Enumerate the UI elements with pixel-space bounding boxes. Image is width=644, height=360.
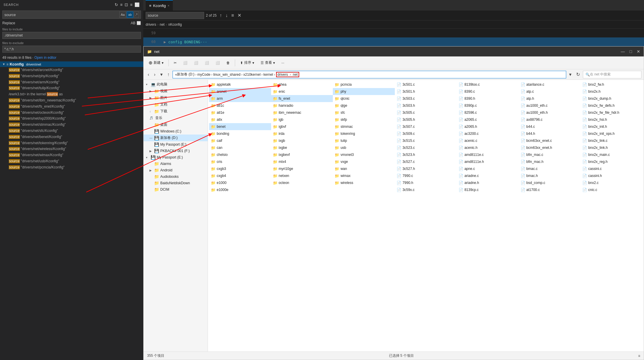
rename-btn[interactable]: ⬜: [202, 59, 212, 66]
file-82596c[interactable]: 📄82596.c: [457, 109, 519, 116]
file-bsdcompc[interactable]: 📄bsd_comp.c: [519, 179, 581, 186]
collapse-icon[interactable]: ≡: [120, 2, 123, 7]
tree-item-music[interactable]: 🎵 音乐: [144, 115, 208, 121]
folder-fs-enet[interactable]: 📁fs_enet: [271, 95, 333, 102]
address-path[interactable]: « 新加卷 (D:) › myCode › linux_win_shared ›…: [173, 71, 566, 78]
file-ax88796c[interactable]: 📄ax88796.c: [519, 116, 581, 123]
file-at1700c[interactable]: 📄at1700.c: [519, 186, 581, 193]
refresh-address-btn[interactable]: ↻: [574, 71, 582, 78]
folder-ixgb[interactable]: 📁ixgb: [271, 137, 333, 144]
folder-myri10ge[interactable]: 📁myri10ge: [271, 165, 333, 172]
file-7990c[interactable]: 📄7990.c: [395, 172, 457, 179]
file-cnicc[interactable]: 📄cnic.c: [581, 186, 643, 193]
result-line-5[interactable]: /ewrk3.txt> in the kernel source as: [0, 91, 143, 97]
folder-ixgbevf[interactable]: 📁ixgbevf: [271, 151, 333, 158]
folder-atlx[interactable]: 📁atlx: [209, 116, 271, 123]
files-exclude-wrapper[interactable]: [2, 46, 141, 53]
folder-wan[interactable]: 📁wan: [333, 165, 395, 172]
refresh-icon[interactable]: ↻: [115, 2, 118, 7]
case-sensitive-btn[interactable]: Aa: [119, 11, 126, 18]
folder-tulip[interactable]: 📁tulip: [333, 137, 395, 144]
search-prev-btn[interactable]: ↑: [218, 13, 223, 18]
file-8390c[interactable]: 📄8390.c: [457, 88, 519, 95]
delete-btn[interactable]: 🗑: [224, 59, 233, 66]
file-bfinmacc[interactable]: 📄bfin_mac.c: [519, 151, 581, 158]
expand-icon[interactable]: ⊡: [125, 2, 128, 7]
file-8139tooc[interactable]: 📄8139too.c: [457, 81, 519, 88]
folder-wimax[interactable]: 📁wimax: [333, 172, 395, 179]
menu-icon[interactable]: ⬜: [135, 2, 140, 7]
new-btn[interactable]: ⊕ 新建 ▾: [146, 58, 166, 67]
result-line-17[interactable]: source "drivers/net/pcmcia/Kconfig": [0, 164, 143, 170]
cut-btn[interactable]: ✂: [171, 59, 179, 66]
file-bnx2xfwfilehdrh[interactable]: 📄bnx2x_fw_file_hdr.h: [581, 109, 643, 116]
tree-item-my-passport-expanded[interactable]: ▾ 💾 My Passport (E:): [144, 154, 208, 161]
address-dropdown-btn[interactable]: ▾: [567, 71, 573, 78]
folder-stmmac[interactable]: 📁stmmac: [333, 123, 395, 130]
folder-sfc[interactable]: 📁sfc: [333, 109, 395, 116]
file-ariadnec[interactable]: 📄ariadne.c: [457, 172, 519, 179]
file-bnx2xlinkc[interactable]: 📄bnx2x_link.c: [581, 137, 643, 144]
search-input[interactable]: [4, 13, 119, 17]
file-atarilancec[interactable]: 📄atarilance.c: [519, 81, 581, 88]
file-3c523h[interactable]: 📄3c523.h: [395, 151, 457, 158]
tree-item-dcim[interactable]: 📁 DCIM: [144, 186, 208, 193]
file-au1000ethc[interactable]: 📄au1000_eth.c: [519, 102, 581, 109]
file-bnx2xregh[interactable]: 📄bnx2x_reg.h: [581, 158, 643, 165]
file-bnx2xinith[interactable]: 📄bnx2x_init.h: [581, 123, 643, 130]
file-ac3200c[interactable]: 📄ac3200.c: [457, 130, 519, 137]
result-line-9[interactable]: source "drivers/net/ixp2000/Kconfig": [0, 116, 143, 122]
tree-item-pictures[interactable]: ▶ 📁 图片: [144, 94, 208, 101]
file-a2065c[interactable]: 📄a2065.c: [457, 116, 519, 123]
status-menu-icon[interactable]: ≡: [638, 354, 640, 358]
minimize-btn[interactable]: —: [621, 49, 625, 54]
back-btn[interactable]: ‹: [146, 71, 151, 78]
tree-item-baidu[interactable]: 📁 BaiduNetdiskDown: [144, 180, 208, 186]
tree-item-d-drive[interactable]: — 💾 新加卷 (D:): [144, 135, 208, 141]
kconfig-tab[interactable]: ≡ Kconfig ×: [146, 0, 173, 11]
file-3c527c[interactable]: 📄3c527.c: [395, 158, 457, 165]
file-cassinih[interactable]: 📄cassini.h: [581, 172, 643, 179]
file-amd8111eh[interactable]: 📄amd8111e.h: [457, 158, 519, 165]
tree-item-windows[interactable]: 💾 Windows (C:): [144, 128, 208, 135]
file-b44c[interactable]: 📄b44.c: [519, 123, 581, 130]
editor-search-input[interactable]: [146, 12, 204, 19]
tree-item-pc[interactable]: ▾ 💻 此电脑: [144, 81, 208, 88]
result-line-3[interactable]: source "drivers/net/arm/Kconfig": [0, 79, 143, 85]
tree-item-video[interactable]: ▶ 📁 视频: [144, 88, 208, 94]
file-8390h[interactable]: 📄8390.h: [457, 95, 519, 102]
folder-e1000[interactable]: 📁e1000: [209, 179, 271, 186]
files-include-wrapper[interactable]: [2, 32, 141, 39]
folder-ibm-newemac[interactable]: 📁ibm_newemac: [271, 109, 333, 116]
file-bnx2xinitopsh[interactable]: 📄bnx2x_init_ops.h: [581, 130, 643, 137]
folder-bonding[interactable]: 📁bonding: [209, 130, 271, 137]
file-bnx2xh[interactable]: 📄bnx2x.h: [581, 88, 643, 95]
file-bnx2xdumph[interactable]: 📄bnx2x_dump.h: [581, 95, 643, 102]
result-line-12[interactable]: source "drivers/net/benet/Kconfig": [0, 134, 143, 140]
file-bnx2c[interactable]: 📄bnx2.c: [581, 179, 643, 186]
folder-cris[interactable]: 📁cris: [209, 158, 271, 165]
file-3c59xc[interactable]: 📄3c59x.c: [395, 186, 457, 193]
file-bmacc[interactable]: 📄bmac.c: [519, 165, 581, 172]
tree-item-audiobooks[interactable]: 📁 Audiobooks: [144, 173, 208, 180]
file-bcm63xxeneth[interactable]: 📄bcm63xx_enet.h: [519, 144, 581, 151]
file-aceních[interactable]: 📄acenic.h: [457, 144, 519, 151]
open-in-editor-link[interactable]: Open in editor: [34, 56, 56, 60]
window-close-btn[interactable]: ✕: [637, 49, 640, 54]
folder-usb[interactable]: 📁usb: [333, 144, 395, 151]
paste-btn[interactable]: ⬜: [191, 59, 201, 66]
tree-item-downloads[interactable]: ↓ 📁 下载: [144, 108, 208, 115]
result-line-8[interactable]: source "drivers/net/octeon/Kconfig": [0, 110, 143, 116]
file-a2065h[interactable]: 📄a2065.h: [457, 123, 519, 130]
folder-cxgb3[interactable]: 📁cxgb3: [209, 165, 271, 172]
tree-item-android[interactable]: ▶ 📁 Android: [144, 167, 208, 173]
folder-atl1c[interactable]: 📁atl1c: [209, 102, 271, 109]
file-bnx2xhsih[interactable]: 📄bnx2x_hsi.h: [581, 116, 643, 123]
tree-item-pkback[interactable]: ▶ 💾 PKBACK# 001 (F:): [144, 148, 208, 154]
file-3c505h[interactable]: 📄3c505.h: [395, 116, 457, 123]
folder-ixgbe[interactable]: 📁ixgbe: [271, 144, 333, 151]
folder-enic[interactable]: 📁enic: [271, 88, 333, 95]
file-ariadneh[interactable]: 📄ariadne.h: [457, 179, 519, 186]
files-exclude-input[interactable]: [4, 47, 139, 51]
file-apnec[interactable]: 📄apne.c: [457, 165, 519, 172]
